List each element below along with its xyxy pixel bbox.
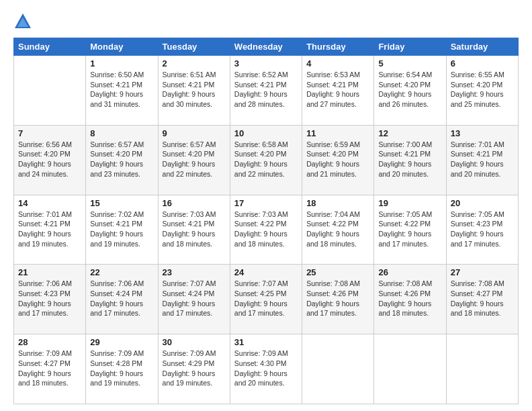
day-info: Sunrise: 6:58 AM Sunset: 4:20 PM Dayligh… [234, 140, 298, 179]
day-number: 5 [378, 58, 441, 68]
day-number: 2 [163, 58, 226, 68]
week-row-2: 7Sunrise: 6:56 AM Sunset: 4:20 PM Daylig… [14, 125, 519, 195]
day-cell: 1Sunrise: 6:50 AM Sunset: 4:21 PM Daylig… [86, 56, 158, 126]
day-number: 23 [163, 267, 226, 277]
day-number: 28 [18, 337, 81, 347]
weekday-header-sunday: Sunday [14, 38, 86, 56]
day-cell: 2Sunrise: 6:51 AM Sunset: 4:21 PM Daylig… [158, 56, 230, 126]
weekday-header-monday: Monday [86, 38, 158, 56]
day-cell: 11Sunrise: 6:59 AM Sunset: 4:20 PM Dayli… [302, 125, 374, 195]
day-cell: 27Sunrise: 7:08 AM Sunset: 4:27 PM Dayli… [446, 265, 518, 334]
day-info: Sunrise: 7:07 AM Sunset: 4:25 PM Dayligh… [234, 279, 298, 318]
day-cell: 24Sunrise: 7:07 AM Sunset: 4:25 PM Dayli… [230, 265, 302, 334]
day-cell [374, 334, 446, 404]
day-number: 30 [163, 337, 226, 347]
day-cell: 28Sunrise: 7:09 AM Sunset: 4:27 PM Dayli… [14, 334, 86, 404]
day-cell: 13Sunrise: 7:01 AM Sunset: 4:21 PM Dayli… [446, 125, 518, 195]
day-info: Sunrise: 6:52 AM Sunset: 4:21 PM Dayligh… [234, 70, 298, 109]
day-number: 3 [234, 58, 298, 68]
weekday-header-friday: Friday [374, 38, 446, 56]
weekday-header-row: SundayMondayTuesdayWednesdayThursdayFrid… [14, 38, 519, 56]
day-info: Sunrise: 6:51 AM Sunset: 4:21 PM Dayligh… [163, 70, 226, 109]
weekday-header-thursday: Thursday [302, 38, 374, 56]
day-number: 8 [90, 128, 153, 138]
day-info: Sunrise: 6:59 AM Sunset: 4:20 PM Dayligh… [306, 140, 369, 179]
day-number: 20 [451, 198, 514, 208]
day-number: 14 [18, 198, 81, 208]
day-number: 1 [90, 58, 153, 68]
day-cell: 26Sunrise: 7:08 AM Sunset: 4:26 PM Dayli… [374, 265, 446, 334]
day-cell: 30Sunrise: 7:09 AM Sunset: 4:29 PM Dayli… [158, 334, 230, 404]
day-info: Sunrise: 7:09 AM Sunset: 4:29 PM Dayligh… [163, 349, 226, 388]
day-info: Sunrise: 7:05 AM Sunset: 4:23 PM Dayligh… [451, 210, 514, 249]
day-info: Sunrise: 7:03 AM Sunset: 4:21 PM Dayligh… [163, 210, 226, 249]
day-number: 11 [306, 128, 369, 138]
day-info: Sunrise: 7:06 AM Sunset: 4:23 PM Dayligh… [18, 279, 81, 318]
day-number: 12 [378, 128, 441, 138]
week-row-3: 14Sunrise: 7:01 AM Sunset: 4:21 PM Dayli… [14, 195, 519, 265]
day-cell: 22Sunrise: 7:06 AM Sunset: 4:24 PM Dayli… [86, 265, 158, 334]
day-number: 10 [234, 128, 298, 138]
day-cell: 15Sunrise: 7:02 AM Sunset: 4:21 PM Dayli… [86, 195, 158, 265]
day-number: 26 [378, 267, 441, 277]
day-info: Sunrise: 7:01 AM Sunset: 4:21 PM Dayligh… [18, 210, 81, 249]
day-number: 22 [90, 267, 153, 277]
day-cell: 21Sunrise: 7:06 AM Sunset: 4:23 PM Dayli… [14, 265, 86, 334]
day-number: 31 [234, 337, 298, 347]
day-cell: 19Sunrise: 7:05 AM Sunset: 4:22 PM Dayli… [374, 195, 446, 265]
day-info: Sunrise: 7:06 AM Sunset: 4:24 PM Dayligh… [90, 279, 153, 318]
day-info: Sunrise: 7:08 AM Sunset: 4:27 PM Dayligh… [451, 279, 514, 318]
day-cell [14, 56, 86, 126]
calendar-table: SundayMondayTuesdayWednesdayThursdayFrid… [13, 38, 519, 404]
header [13, 12, 519, 31]
day-number: 25 [306, 267, 369, 277]
day-info: Sunrise: 7:08 AM Sunset: 4:26 PM Dayligh… [306, 279, 369, 318]
day-number: 9 [163, 128, 226, 138]
day-cell: 10Sunrise: 6:58 AM Sunset: 4:20 PM Dayli… [230, 125, 302, 195]
day-info: Sunrise: 6:57 AM Sunset: 4:20 PM Dayligh… [163, 140, 226, 179]
day-cell [302, 334, 374, 404]
day-info: Sunrise: 7:08 AM Sunset: 4:26 PM Dayligh… [378, 279, 441, 318]
logo [13, 12, 35, 31]
weekday-header-wednesday: Wednesday [230, 38, 302, 56]
day-info: Sunrise: 7:07 AM Sunset: 4:24 PM Dayligh… [163, 279, 226, 318]
day-cell: 18Sunrise: 7:04 AM Sunset: 4:22 PM Dayli… [302, 195, 374, 265]
day-info: Sunrise: 7:00 AM Sunset: 4:21 PM Dayligh… [378, 140, 441, 179]
day-info: Sunrise: 6:55 AM Sunset: 4:20 PM Dayligh… [451, 70, 514, 109]
day-cell: 16Sunrise: 7:03 AM Sunset: 4:21 PM Dayli… [158, 195, 230, 265]
day-cell: 25Sunrise: 7:08 AM Sunset: 4:26 PM Dayli… [302, 265, 374, 334]
day-number: 27 [451, 267, 514, 277]
day-info: Sunrise: 6:57 AM Sunset: 4:20 PM Dayligh… [90, 140, 153, 179]
day-number: 19 [378, 198, 441, 208]
day-info: Sunrise: 6:53 AM Sunset: 4:21 PM Dayligh… [306, 70, 369, 109]
day-number: 15 [90, 198, 153, 208]
day-cell: 20Sunrise: 7:05 AM Sunset: 4:23 PM Dayli… [446, 195, 518, 265]
day-info: Sunrise: 6:56 AM Sunset: 4:20 PM Dayligh… [18, 140, 81, 179]
day-number: 17 [234, 198, 298, 208]
day-number: 6 [451, 58, 514, 68]
day-cell: 23Sunrise: 7:07 AM Sunset: 4:24 PM Dayli… [158, 265, 230, 334]
day-number: 24 [234, 267, 298, 277]
day-cell: 9Sunrise: 6:57 AM Sunset: 4:20 PM Daylig… [158, 125, 230, 195]
weekday-header-saturday: Saturday [446, 38, 518, 56]
day-cell: 6Sunrise: 6:55 AM Sunset: 4:20 PM Daylig… [446, 56, 518, 126]
day-cell: 29Sunrise: 7:09 AM Sunset: 4:28 PM Dayli… [86, 334, 158, 404]
day-info: Sunrise: 7:01 AM Sunset: 4:21 PM Dayligh… [451, 140, 514, 179]
day-cell: 3Sunrise: 6:52 AM Sunset: 4:21 PM Daylig… [230, 56, 302, 126]
day-number: 13 [451, 128, 514, 138]
day-cell [446, 334, 518, 404]
day-number: 4 [306, 58, 369, 68]
day-number: 21 [18, 267, 81, 277]
day-info: Sunrise: 6:50 AM Sunset: 4:21 PM Dayligh… [90, 70, 153, 109]
day-info: Sunrise: 7:04 AM Sunset: 4:22 PM Dayligh… [306, 210, 369, 249]
page: SundayMondayTuesdayWednesdayThursdayFrid… [0, 0, 532, 411]
day-cell: 4Sunrise: 6:53 AM Sunset: 4:21 PM Daylig… [302, 56, 374, 126]
day-info: Sunrise: 7:02 AM Sunset: 4:21 PM Dayligh… [90, 210, 153, 249]
day-number: 7 [18, 128, 81, 138]
day-info: Sunrise: 7:05 AM Sunset: 4:22 PM Dayligh… [378, 210, 441, 249]
week-row-5: 28Sunrise: 7:09 AM Sunset: 4:27 PM Dayli… [14, 334, 519, 404]
logo-icon [13, 12, 32, 31]
day-cell: 8Sunrise: 6:57 AM Sunset: 4:20 PM Daylig… [86, 125, 158, 195]
weekday-header-tuesday: Tuesday [158, 38, 230, 56]
week-row-4: 21Sunrise: 7:06 AM Sunset: 4:23 PM Dayli… [14, 265, 519, 334]
